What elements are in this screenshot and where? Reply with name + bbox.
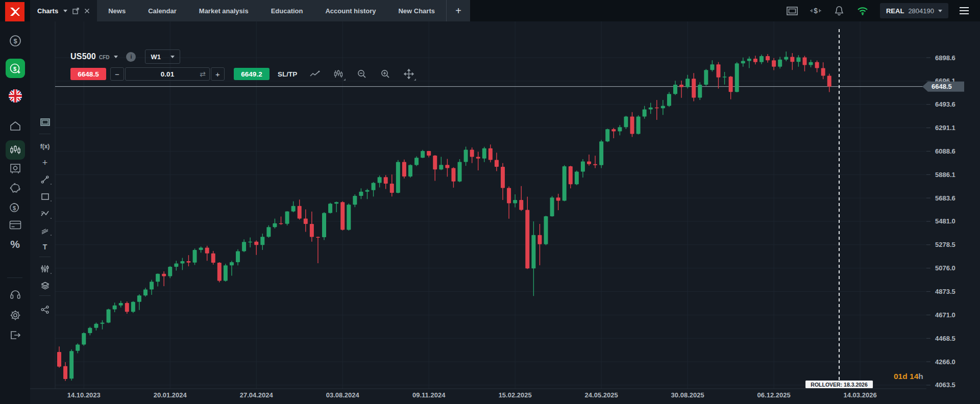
xstation-logo	[5, 2, 24, 21]
pattern-tool-icon[interactable]	[38, 208, 52, 220]
volume-field[interactable]: 0.01 ⇄	[125, 67, 210, 81]
price-tick-label: 5076.0	[935, 264, 955, 272]
sidebar: $ $	[0, 21, 30, 404]
pan-move-icon[interactable]	[403, 68, 414, 80]
candle	[402, 160, 406, 179]
volume-value[interactable]: 0.01	[126, 70, 209, 78]
tab-market-analysis[interactable]: Market analysis	[188, 0, 260, 21]
candle	[113, 302, 117, 312]
connection-wifi-icon[interactable]	[856, 5, 869, 17]
candlestick-chart-type-icon[interactable]	[333, 68, 344, 80]
candle	[439, 157, 443, 170]
account-selector[interactable]: REAL 2804190	[880, 3, 948, 18]
zoom-in-icon[interactable]	[380, 68, 391, 80]
crosshair-tool-icon[interactable]: +	[38, 157, 52, 169]
date-tick-label: 15.02.2025	[499, 391, 532, 399]
candle	[643, 106, 647, 119]
price-tick-label: 6493.6	[935, 100, 955, 108]
top-bar-right: $ REAL 2804190	[786, 0, 980, 21]
zoom-out-icon[interactable]	[356, 68, 368, 80]
coins-icon[interactable]: $	[0, 201, 30, 213]
tab-calendar-label: Calendar	[148, 7, 177, 15]
support-headphones-icon[interactable]	[0, 289, 30, 300]
refresh-icon[interactable]: ⇄	[200, 70, 206, 78]
candle	[211, 251, 215, 265]
tab-news[interactable]: News	[97, 0, 137, 21]
fibonacci-tool-icon[interactable]	[38, 224, 52, 237]
candle	[809, 60, 813, 67]
candle	[168, 266, 172, 278]
percent-icon[interactable]: %	[0, 238, 30, 250]
tab-charts-active[interactable]: Charts	[30, 0, 97, 21]
symbol-chevron-down-icon[interactable]	[114, 56, 118, 58]
candle	[501, 163, 505, 200]
candle	[242, 239, 246, 252]
close-icon[interactable]	[84, 8, 90, 14]
text-tool-icon[interactable]: T	[38, 241, 52, 253]
sltp-button[interactable]: SL/TP	[278, 70, 297, 78]
price-alerts-sound-icon[interactable]: $	[810, 5, 822, 17]
deposit-button[interactable]: $	[0, 59, 30, 78]
price-tick-label: 6291.1	[935, 124, 955, 132]
price-tick-label: 5481.0	[935, 217, 955, 225]
candle	[63, 362, 67, 381]
candle	[821, 62, 825, 79]
candle	[340, 201, 345, 231]
add-tab-button[interactable]: +	[446, 0, 470, 21]
candle	[174, 261, 178, 270]
candle	[310, 212, 314, 242]
logout-icon[interactable]	[0, 330, 30, 340]
candle	[199, 246, 203, 252]
shapes-tool-icon[interactable]	[38, 190, 52, 203]
candle	[347, 204, 351, 231]
chart-display-mode-icon[interactable]	[38, 116, 52, 128]
notifications-bell-icon[interactable]	[833, 5, 845, 17]
date-tick-label: 20.01.2024	[154, 391, 187, 399]
candle	[125, 301, 129, 314]
candle	[445, 159, 449, 177]
line-chart-type-icon[interactable]	[309, 68, 321, 80]
timeframe-selector[interactable]: W1	[145, 49, 180, 64]
candle	[451, 167, 455, 188]
account-type: REAL	[886, 7, 904, 15]
volume-decrease-button[interactable]: −	[110, 67, 124, 81]
settings-gear-icon[interactable]	[0, 310, 30, 321]
tab-calendar[interactable]: Calendar	[137, 0, 188, 21]
chart-settings-sliders-icon[interactable]	[38, 263, 52, 275]
candle	[796, 55, 800, 67]
candle	[285, 211, 289, 225]
vault-icon[interactable]	[0, 163, 30, 174]
sell-button[interactable]: 6648.5	[70, 68, 106, 80]
screen-layout-icon[interactable]	[786, 5, 798, 17]
buy-button[interactable]: 6649.2	[234, 68, 270, 80]
piggy-bank-icon[interactable]	[0, 183, 30, 193]
share-icon[interactable]	[38, 304, 52, 316]
chevron-down-icon[interactable]	[63, 10, 67, 12]
card-icon[interactable]	[0, 220, 30, 230]
menu-icon[interactable]	[960, 7, 969, 14]
candle	[107, 309, 111, 323]
balance-icon[interactable]: $	[0, 35, 30, 47]
candle	[507, 187, 511, 219]
svg-text:$: $	[12, 205, 15, 211]
volume-increase-button[interactable]: +	[211, 67, 225, 81]
price-tick-label: 5278.5	[935, 241, 955, 248]
indicators-button[interactable]: f(x)	[38, 140, 52, 153]
tab-education[interactable]: Education	[260, 0, 314, 21]
charts-nav-active[interactable]	[0, 140, 30, 160]
candle	[784, 52, 788, 61]
candle	[359, 188, 363, 199]
popout-icon[interactable]	[72, 8, 79, 14]
instrument-type-label: CFD	[99, 55, 110, 60]
layers-icon[interactable]	[38, 280, 52, 292]
home-icon[interactable]	[0, 121, 30, 131]
date-tick-label: 30.08.2025	[671, 391, 704, 399]
instrument-info-icon[interactable]: i	[126, 52, 136, 62]
tab-account-history[interactable]: Account history	[314, 0, 387, 21]
tab-new-charts[interactable]: New Charts	[387, 0, 446, 21]
symbol-name[interactable]: US500	[70, 52, 96, 61]
svg-text:ROLLOVER: 18.3.2026: ROLLOVER: 18.3.2026	[811, 382, 868, 388]
language-flag-uk-icon[interactable]	[0, 89, 30, 103]
trendline-tool-icon[interactable]	[38, 173, 52, 186]
candle	[279, 216, 283, 224]
